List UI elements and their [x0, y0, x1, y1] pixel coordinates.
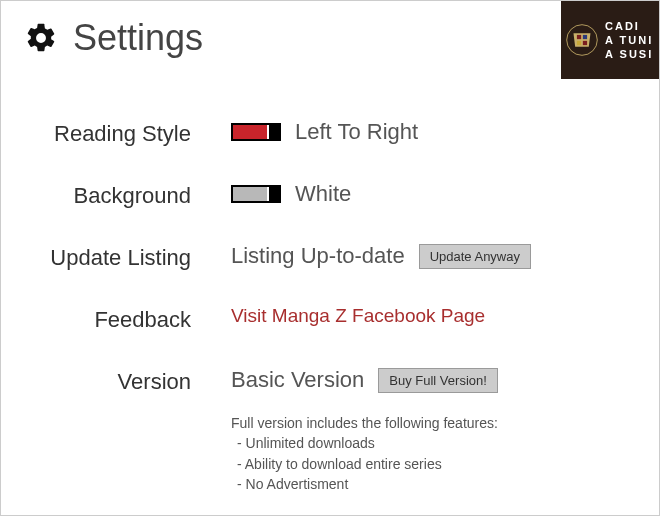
feedback-link[interactable]: Visit Manga Z Facebook Page [231, 305, 485, 327]
version-value: Basic Version [231, 367, 364, 393]
ad-line: CADI [605, 19, 653, 33]
reading-style-value: Left To Right [295, 119, 418, 145]
feature-item: Unlimited downloads [237, 433, 629, 453]
background-value: White [295, 181, 351, 207]
setting-reading-style: Reading Style Left To Right [31, 119, 629, 147]
full-version-features: Full version includes the following feat… [231, 413, 629, 494]
features-heading: Full version includes the following feat… [231, 413, 629, 433]
ad-line: A TUNI [605, 33, 653, 47]
ad-banner[interactable]: CADI A TUNI A SUSI [561, 1, 659, 79]
setting-label: Feedback [31, 305, 231, 333]
reading-style-toggle[interactable] [231, 123, 281, 141]
setting-version: Version Basic Version Buy Full Version! … [31, 367, 629, 494]
svg-rect-2 [583, 35, 587, 39]
setting-feedback: Feedback Visit Manga Z Facebook Page [31, 305, 629, 333]
feature-item: No Advertisment [237, 474, 629, 494]
setting-update-listing: Update Listing Listing Up-to-date Update… [31, 243, 629, 271]
setting-label: Update Listing [31, 243, 231, 271]
ad-line: A SUSI [605, 47, 653, 61]
svg-rect-4 [583, 41, 587, 45]
page-title: Settings [73, 17, 203, 59]
update-anyway-button[interactable]: Update Anyway [419, 244, 531, 269]
listing-status: Listing Up-to-date [231, 243, 405, 269]
setting-label: Reading Style [31, 119, 231, 147]
setting-label: Version [31, 367, 231, 395]
buy-full-version-button[interactable]: Buy Full Version! [378, 368, 498, 393]
setting-label: Background [31, 181, 231, 209]
svg-rect-1 [577, 35, 581, 39]
gear-icon [23, 20, 59, 56]
cadillac-logo-icon [565, 23, 599, 57]
settings-panel: Reading Style Left To Right Background W… [1, 59, 659, 494]
setting-background: Background White [31, 181, 629, 209]
svg-rect-3 [577, 41, 581, 45]
feature-item: Ability to download entire series [237, 454, 629, 474]
background-toggle[interactable] [231, 185, 281, 203]
ad-text: CADI A TUNI A SUSI [605, 19, 653, 62]
